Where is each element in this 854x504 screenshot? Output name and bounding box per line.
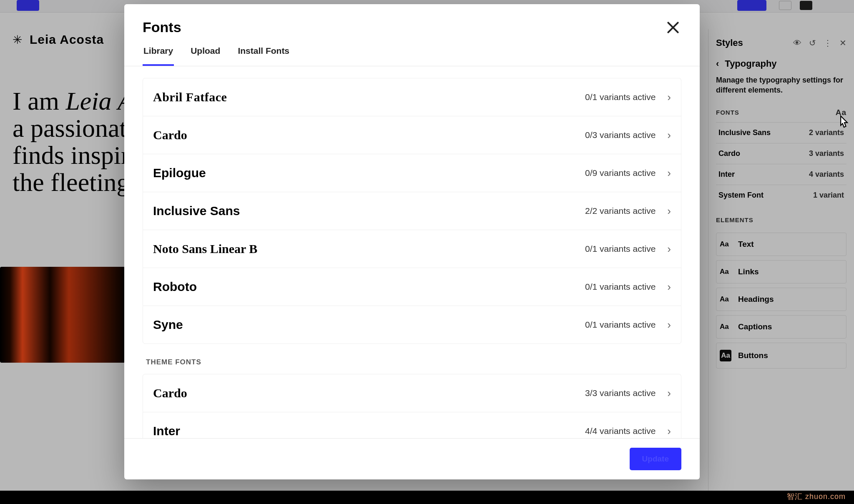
chevron-right-icon: › — [667, 425, 671, 438]
font-row[interactable]: Cardo0/3 variants active› — [143, 116, 681, 154]
chevron-right-icon: › — [667, 243, 671, 256]
font-row[interactable]: Inclusive Sans2/2 variants active› — [143, 192, 681, 230]
chevron-right-icon: › — [667, 387, 671, 400]
font-row[interactable]: Abril Fatface0/1 variants active› — [143, 78, 681, 116]
font-name: Abril Fatface — [153, 90, 227, 104]
theme-font-row[interactable]: Inter4/4 variants active› — [143, 412, 681, 438]
font-row[interactable]: Epilogue0/9 variants active› — [143, 154, 681, 192]
font-variants: 4/4 variants active — [585, 426, 656, 436]
font-variants: 0/9 variants active — [585, 168, 656, 178]
chevron-right-icon: › — [667, 167, 671, 180]
font-name: Inter — [153, 424, 180, 438]
font-row[interactable]: Syne0/1 variants active› — [143, 306, 681, 344]
chevron-right-icon: › — [667, 129, 671, 142]
font-variants: 0/1 variants active — [585, 320, 656, 330]
font-row[interactable]: Roboto0/1 variants active› — [143, 268, 681, 306]
chevron-right-icon: › — [667, 318, 671, 331]
pointer-cursor-icon — [836, 115, 851, 132]
font-name: Inclusive Sans — [153, 204, 240, 218]
close-modal-button[interactable] — [665, 19, 681, 36]
font-name: Roboto — [153, 280, 197, 294]
modal-title: Fonts — [143, 19, 181, 35]
chevron-right-icon: › — [667, 281, 671, 293]
font-name: Syne — [153, 318, 183, 332]
font-variants: 0/1 variants active — [585, 92, 656, 102]
fonts-modal: Fonts Library Upload Install Fonts Abril… — [124, 4, 700, 479]
font-name: Epilogue — [153, 166, 206, 180]
theme-fonts-label: THEME FONTS — [143, 344, 681, 374]
font-variants: 0/1 variants active — [585, 244, 656, 254]
tab-upload[interactable]: Upload — [190, 46, 221, 66]
font-variants: 3/3 variants active — [585, 388, 656, 398]
tab-install-fonts[interactable]: Install Fonts — [237, 46, 290, 66]
chevron-right-icon: › — [667, 91, 671, 104]
font-variants: 2/2 variants active — [585, 206, 656, 216]
font-row[interactable]: Noto Sans Linear B0/1 variants active› — [143, 230, 681, 268]
tab-library[interactable]: Library — [143, 46, 174, 66]
theme-font-row[interactable]: Cardo3/3 variants active› — [143, 374, 681, 412]
watermark: 智汇 zhuon.com — [787, 491, 846, 501]
font-variants: 0/1 variants active — [585, 282, 656, 292]
modal-tabs: Library Upload Install Fonts — [124, 36, 700, 66]
font-name: Cardo — [153, 386, 187, 400]
font-variants: 0/3 variants active — [585, 130, 656, 140]
font-name: Noto Sans Linear B — [153, 242, 257, 256]
chevron-right-icon: › — [667, 205, 671, 218]
update-button[interactable]: Update — [630, 448, 681, 470]
font-name: Cardo — [153, 128, 187, 142]
